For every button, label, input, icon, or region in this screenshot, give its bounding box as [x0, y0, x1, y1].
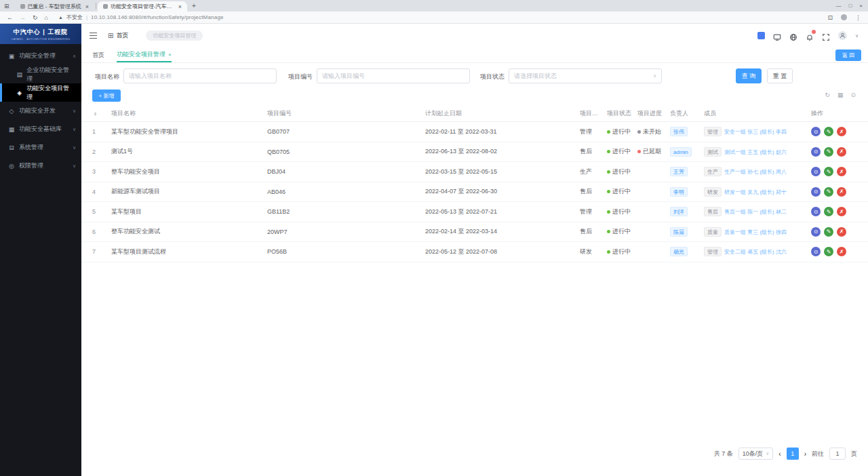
- edit-button[interactable]: ✎: [824, 127, 833, 136]
- minimize-button[interactable]: —: [835, 3, 841, 9]
- project-code-input[interactable]: [317, 68, 470, 83]
- sidebar-item-6[interactable]: ◎权限管理∨: [0, 157, 81, 175]
- edit-button[interactable]: ✎: [824, 247, 833, 256]
- screen-capture-icon[interactable]: [773, 32, 781, 40]
- add-button[interactable]: + 新增: [92, 90, 121, 102]
- user-avatar[interactable]: [838, 31, 847, 40]
- page-tab-active[interactable]: 功能安全项目管理 ×: [117, 47, 172, 62]
- delete-button[interactable]: ✗: [837, 167, 846, 176]
- member-links[interactable]: 质量一组 黄三 (组长) 徐四: [724, 229, 787, 235]
- member-links[interactable]: 安全一组 张三 (组长) 李四: [724, 129, 787, 135]
- menu-label: 功能安全基础库: [19, 125, 62, 134]
- forward-nav-icon[interactable]: →: [20, 14, 26, 21]
- app-logo: 中汽中心 | 工程院 CATARC · AUTOMOTIVE ENGINEERI…: [0, 24, 81, 44]
- sidebar-item-5[interactable]: ⊟系统管理∨: [0, 138, 81, 157]
- delete-button[interactable]: ✗: [837, 147, 846, 157]
- project-leader: 张伟: [670, 127, 704, 136]
- refresh-icon[interactable]: ↻: [825, 92, 830, 98]
- language-globe-icon[interactable]: [789, 32, 797, 40]
- table-row: 3整车功能安全项目DBJ042022-03-15 至 2022-05-15生产进…: [81, 162, 868, 182]
- delete-button[interactable]: ✗: [837, 187, 846, 197]
- search-button[interactable]: 查 询: [736, 68, 762, 83]
- col-status[interactable]: 项目状态: [607, 109, 637, 118]
- delete-button[interactable]: ✗: [837, 127, 846, 136]
- member-links[interactable]: 测试一组 王五 (组长) 赵六: [724, 149, 787, 155]
- col-name[interactable]: 项目名称: [111, 109, 267, 118]
- edit-button[interactable]: ✎: [824, 167, 833, 176]
- columns-icon[interactable]: ▦: [837, 92, 844, 98]
- page-tab-home[interactable]: 首页: [92, 51, 104, 60]
- hamburger-menu-icon[interactable]: [90, 31, 97, 41]
- project-name-input[interactable]: [123, 68, 277, 83]
- fullscreen-icon[interactable]: [822, 32, 830, 40]
- col-code[interactable]: 项目编号: [267, 109, 425, 118]
- project-name: 整车功能安全测试: [111, 227, 267, 236]
- user-caret-icon[interactable]: ∨: [855, 33, 859, 39]
- sidebar-item-2[interactable]: ◈功能安全项目管理: [0, 83, 81, 102]
- extension-icon[interactable]: ⊡: [827, 14, 833, 21]
- delete-button[interactable]: ✗: [837, 227, 846, 237]
- project-dates: 2022-06-13 至 2022-08-02: [425, 147, 580, 156]
- sidebar-item-1[interactable]: ▤企业功能安全管理: [0, 65, 81, 83]
- col-progress[interactable]: 项目进度: [637, 109, 670, 118]
- tab-close-icon[interactable]: ×: [178, 3, 182, 10]
- breadcrumb-home[interactable]: 首页: [116, 31, 128, 40]
- back-button[interactable]: 返 回: [835, 49, 861, 61]
- browser-menu-icon[interactable]: ⋮: [855, 14, 861, 21]
- tab-close-icon[interactable]: ×: [168, 52, 172, 58]
- delete-button[interactable]: ✗: [837, 207, 846, 216]
- address-bar[interactable]: ▲ 不安全 | 10.10.108.146:8080/#/functionSaf…: [58, 14, 224, 21]
- col-dates[interactable]: 计划起止日期: [425, 109, 580, 118]
- view-button[interactable]: ⊙: [811, 227, 821, 237]
- delete-button[interactable]: ✗: [837, 247, 846, 256]
- tab-close-icon[interactable]: ×: [85, 3, 89, 10]
- browser-tab-active[interactable]: 功能安全项目管理-汽车功能安全云平台 ×: [98, 1, 187, 12]
- project-code-label: 项目编号: [288, 73, 313, 81]
- reset-button[interactable]: 重 置: [767, 68, 793, 83]
- view-button[interactable]: ⊙: [811, 147, 821, 157]
- maximize-button[interactable]: □: [848, 3, 852, 9]
- new-tab-button[interactable]: +: [192, 2, 196, 9]
- view-button[interactable]: ⊙: [811, 207, 821, 216]
- goto-suffix: 页: [851, 450, 857, 458]
- project-status: 进行中: [607, 127, 637, 136]
- view-button[interactable]: ⊙: [811, 167, 821, 176]
- settings-icon[interactable]: ⊙: [850, 92, 856, 98]
- close-window-button[interactable]: ×: [859, 3, 863, 9]
- sidebar-item-4[interactable]: ▦功能安全基础库∨: [0, 120, 81, 138]
- notification-bell-icon[interactable]: [806, 32, 814, 40]
- member-links[interactable]: 研发一组 吴九 (组长) 郑十: [724, 189, 787, 195]
- member-links[interactable]: 售后一组 陈一 (组长) 林二: [724, 209, 787, 215]
- browser-tab-inactive[interactable]: 已重启 - 车型管理系统 ×: [15, 1, 94, 12]
- goto-page-input[interactable]: [829, 448, 846, 460]
- member-links[interactable]: 生产一组 孙七 (组长) 周八: [724, 169, 787, 175]
- project-status-select[interactable]: 请选择项目状态 ∨: [509, 68, 662, 83]
- prev-page-button[interactable]: ‹: [778, 450, 781, 458]
- edit-button[interactable]: ✎: [824, 207, 833, 216]
- home-nav-icon[interactable]: ⌂: [45, 14, 48, 21]
- window-grid-icon[interactable]: ⊞: [4, 3, 9, 9]
- page-tab-label: 功能安全项目管理: [117, 50, 165, 59]
- chevron-down-icon: ∨: [73, 163, 76, 169]
- edit-button[interactable]: ✎: [824, 227, 833, 237]
- member-links[interactable]: 安全二组 蒋五 (组长) 沈六: [724, 249, 787, 255]
- sidebar-item-3[interactable]: ◇功能安全开发∨: [0, 102, 81, 120]
- back-nav-icon[interactable]: ←: [7, 14, 13, 21]
- edit-button[interactable]: ✎: [824, 147, 833, 157]
- refresh-nav-icon[interactable]: ↻: [33, 14, 38, 21]
- col-type[interactable]: 项目类型: [580, 109, 607, 118]
- edit-button[interactable]: ✎: [824, 187, 833, 197]
- view-button[interactable]: ⊙: [811, 187, 821, 197]
- view-button[interactable]: ⊙: [811, 127, 821, 136]
- col-leader[interactable]: 负责人: [670, 109, 704, 118]
- current-page-button[interactable]: 1: [787, 448, 799, 460]
- project-progress: 未开始: [637, 127, 670, 136]
- col-members[interactable]: 成员: [704, 109, 811, 118]
- sort-control[interactable]: ▲▼: [92, 111, 111, 117]
- theme-color-icon[interactable]: [757, 32, 765, 39]
- page-size-select[interactable]: 10条/页 ∨: [738, 448, 774, 460]
- browser-profile-avatar[interactable]: [841, 14, 847, 20]
- view-button[interactable]: ⊙: [811, 247, 821, 256]
- sidebar-item-0[interactable]: ▣功能安全管理∧: [0, 47, 81, 65]
- next-page-button[interactable]: ›: [804, 450, 806, 458]
